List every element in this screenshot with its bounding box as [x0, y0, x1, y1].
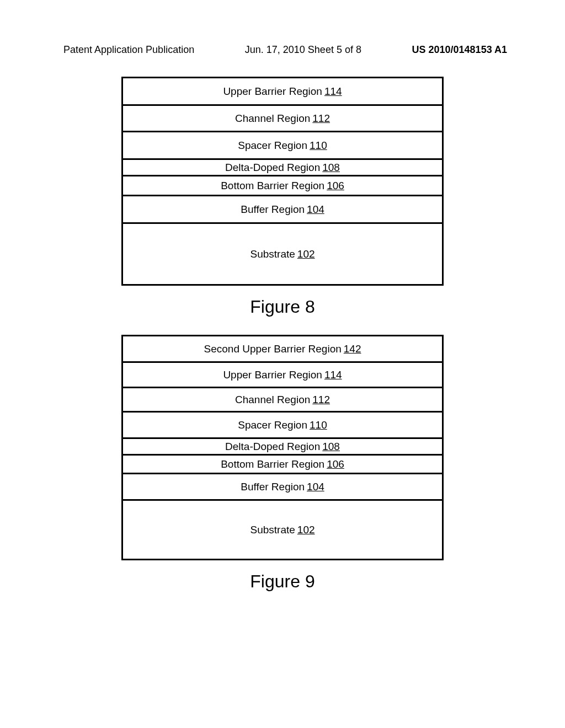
figure-8-layer: Upper Barrier Region114 [123, 78, 442, 106]
layer-ref-number: 106 [327, 458, 344, 470]
figure-9-layer: Delta-Doped Region108 [123, 439, 442, 456]
figure-8-layer: Delta-Doped Region108 [123, 160, 442, 176]
layer-ref-number: 114 [324, 369, 342, 381]
layer-ref-number: 106 [327, 180, 344, 192]
layer-label: Buffer Region [241, 481, 305, 493]
layer-ref-number: 104 [307, 481, 324, 493]
figure-9-caption: Figure 9 [33, 571, 532, 592]
patent-page: Patent Application Publication Jun. 17, … [0, 0, 565, 728]
layer-label: Upper Barrier Region [223, 369, 322, 381]
figure-8-layer: Bottom Barrier Region106 [123, 176, 442, 196]
layer-label: Substrate [250, 524, 295, 536]
header-left: Patent Application Publication [63, 44, 194, 56]
layer-label: Spacer Region [238, 419, 307, 431]
header-center: Jun. 17, 2010 Sheet 5 of 8 [245, 44, 361, 56]
layer-ref-number: 108 [322, 441, 340, 453]
layer-label: Channel Region [235, 113, 310, 125]
layer-label: Bottom Barrier Region [221, 180, 324, 192]
layer-label: Delta-Doped Region [225, 441, 320, 453]
layer-ref-number: 110 [310, 419, 327, 431]
figure-9-stack: Second Upper Barrier Region142Upper Barr… [121, 335, 444, 560]
figure-9-layer: Channel Region112 [123, 388, 442, 413]
figure-8-caption: Figure 8 [33, 297, 532, 317]
figure-9-layer: Spacer Region110 [123, 413, 442, 439]
figure-8-layer: Substrate102 [123, 224, 442, 286]
figure-9-layer: Buffer Region104 [123, 474, 442, 501]
page-header: Patent Application Publication Jun. 17, … [33, 44, 532, 56]
layer-ref-number: 110 [310, 140, 327, 152]
figure-9-layer: Upper Barrier Region114 [123, 363, 442, 388]
layer-ref-number: 104 [307, 204, 324, 216]
figure-8-layer: Buffer Region104 [123, 196, 442, 224]
layer-ref-number: 142 [344, 343, 361, 355]
layer-label: Delta-Doped Region [225, 162, 320, 174]
layer-ref-number: 112 [312, 113, 330, 125]
layer-label: Upper Barrier Region [223, 85, 322, 98]
figure-9-layer: Substrate102 [123, 501, 442, 560]
layer-label: Bottom Barrier Region [221, 458, 324, 470]
layer-ref-number: 102 [297, 248, 315, 260]
layer-ref-number: 108 [322, 162, 340, 174]
layer-ref-number: 102 [297, 524, 315, 536]
figure-8-stack: Upper Barrier Region114Channel Region112… [121, 77, 444, 286]
figure-8-layer: Channel Region112 [123, 106, 442, 132]
layer-label: Second Upper Barrier Region [204, 343, 342, 355]
figure-8-layer: Spacer Region110 [123, 132, 442, 160]
layer-label: Spacer Region [238, 140, 307, 152]
layer-label: Substrate [250, 248, 295, 260]
layer-label: Buffer Region [241, 204, 305, 216]
header-right: US 2010/0148153 A1 [412, 44, 507, 56]
layer-label: Channel Region [235, 394, 310, 406]
figure-9-layer: Bottom Barrier Region106 [123, 456, 442, 474]
layer-ref-number: 112 [312, 394, 330, 406]
layer-ref-number: 114 [324, 85, 342, 98]
figure-9-layer: Second Upper Barrier Region142 [123, 336, 442, 363]
